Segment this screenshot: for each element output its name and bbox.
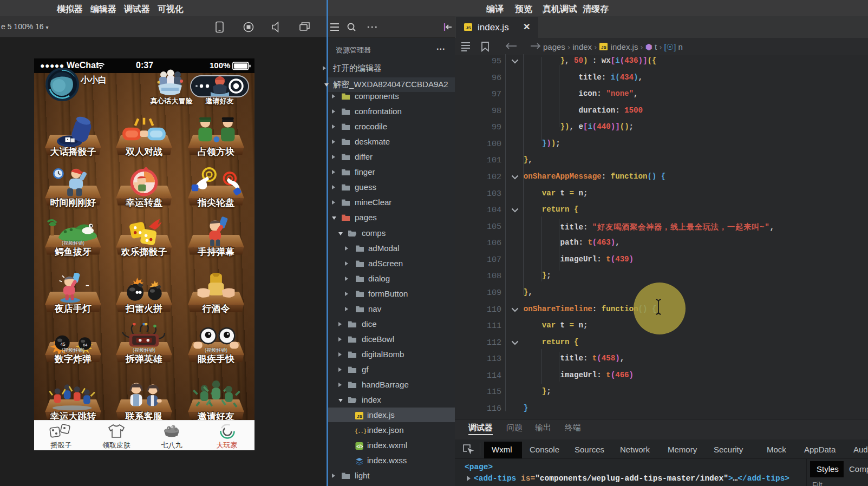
svg-text:{..}: {..} — [355, 428, 367, 435]
svg-text:45: 45 — [60, 342, 66, 347]
svg-text:JS: JS — [601, 45, 606, 50]
svg-text:JS: JS — [466, 25, 471, 30]
svg-text:JS: JS — [357, 414, 362, 419]
svg-text:</>: </> — [356, 444, 363, 449]
